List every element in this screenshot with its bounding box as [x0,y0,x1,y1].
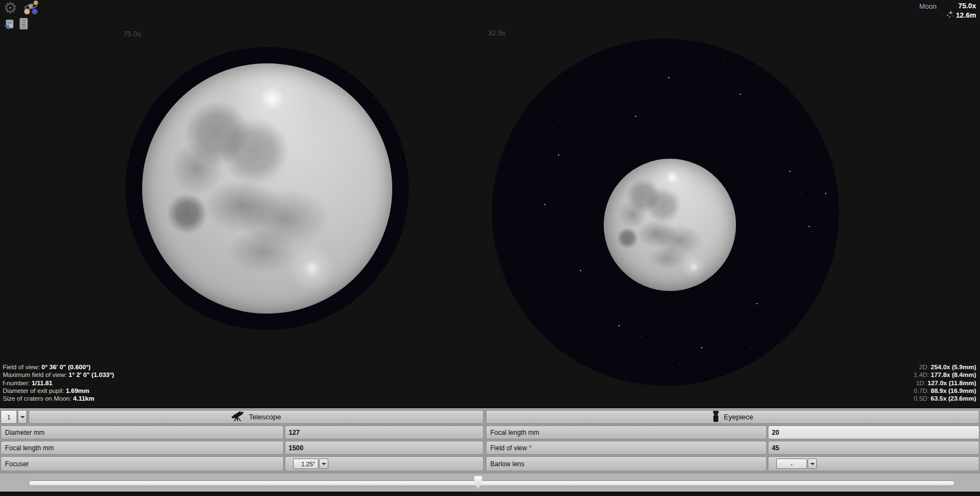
chevron-down-icon[interactable] [18,410,27,424]
chevron-down-icon[interactable] [808,459,817,469]
stat-row: Size of craters on Moon: 4.11km [3,395,114,402]
telescope-header-row: 1 Telescope [1,410,484,424]
control-panel: 1 Telescope Diameter m [0,408,980,492]
star-field [492,39,493,40]
star-field [492,39,492,39]
eyepiece-panel: Eyepiece Focal length mm 20 Field of vie… [486,410,979,473]
stat-row: 1D: 127.0x (11.8mm) [914,379,976,387]
fov-view-low-magnification[interactable] [492,39,839,386]
toolbar: ⚙ [2,0,52,34]
export-image-icon[interactable] [3,19,15,33]
barlow-lens-cell: - [768,456,979,471]
telescope-title: Telescope [249,413,281,421]
eyepiece-header-row: Eyepiece [486,410,979,424]
telescope-diameter-field[interactable]: 127 [285,425,484,439]
focuser-cell: 1.25" [285,456,484,471]
eyepiece-focal-length-label: Focal length mm [486,425,767,439]
star-cluster-icon [946,10,955,20]
telescope-icon [231,411,245,423]
right-view-magnification-label: 32.5x [488,29,506,37]
config-selector[interactable]: 1 [1,410,27,424]
stat-row: Field of view: 0° 36' 0" (0.600°) [3,363,114,371]
star-field [126,47,126,47]
telescope-fov-simulator: ⚙ Moon 75.0x [0,0,980,496]
eyepiece-header: Eyepiece [486,410,979,424]
hud-target-name: Moon [919,3,936,10]
telescope-focal-length-field[interactable]: 1500 [285,441,484,455]
field-row: Focal length mm 1500 [1,441,484,455]
fov-view-high-magnification[interactable] [126,47,409,330]
telescope-diameter-label: Diameter mm [1,425,284,439]
hud-true-field-size: 12.6m [956,11,976,20]
moon-image [604,159,736,291]
eyepiece-title: Eyepiece [724,413,753,421]
magnification-stats-right: 2D: 254.0x (5.9mm) 1.4D: 177.8x (8.4mm) … [914,363,976,402]
hud-magnification: 75.0x [946,2,976,10]
stat-row: 1.4D: 177.8x (8.4mm) [914,371,976,379]
focuser-select[interactable]: 1.25" [293,459,328,469]
solar-system-icon[interactable] [23,0,40,18]
stat-row: 0.7D: 88.9x (16.9mm) [914,387,976,395]
eyepiece-focal-length-field[interactable]: 20 [768,425,979,439]
eyepiece-fov-field[interactable]: 45 [768,441,979,455]
telescope-panel: 1 Telescope Diameter m [1,410,484,473]
telescope-header: Telescope [29,410,484,424]
focuser-label: Focuser [1,456,284,471]
stat-row: 0.5D: 63.5x (23.6mm) [914,395,976,402]
settings-icon[interactable]: ⚙ [3,0,17,18]
report-icon[interactable] [18,18,30,33]
magnification-slider-track[interactable] [29,481,955,486]
field-row: Barlow lens - [486,456,979,471]
field-row: Focuser 1.25" [1,456,484,471]
stat-row: f-number: 1/11.81 [3,379,114,387]
config-selector-value[interactable]: 1 [1,410,17,424]
optical-stats-left: Field of view: 0° 36' 0" (0.600°) Maximu… [3,363,114,402]
field-row: Diameter mm 127 [1,425,484,439]
magnification-slider-thumb[interactable] [474,476,482,489]
slider-row [0,473,980,492]
barlow-lens-select-value[interactable]: - [776,459,807,469]
field-row: Field of view ° 45 [486,441,979,455]
barlow-lens-label: Barlow lens [486,456,767,471]
stat-row: 2D: 254.0x (5.9mm) [914,363,976,371]
focuser-select-value[interactable]: 1.25" [293,459,318,469]
field-row: Focal length mm 20 [486,425,979,439]
hud-target-info: Moon 75.0x 12.6m [919,2,976,20]
hud-values: 75.0x 12.6m [946,2,976,20]
eyepiece-fov-label: Field of view ° [486,441,767,455]
chevron-down-icon[interactable] [319,459,328,469]
stat-row: Maximum field of view: 1° 2' 0" (1.033°) [3,371,114,379]
stat-row: Diameter of exit pupil: 1.69mm [3,387,114,395]
barlow-lens-select[interactable]: - [776,459,817,469]
left-view-magnification-label: 75.0x [123,30,141,38]
eyepiece-icon [712,411,719,424]
moon-image [142,63,392,314]
telescope-focal-length-label: Focal length mm [1,441,284,455]
